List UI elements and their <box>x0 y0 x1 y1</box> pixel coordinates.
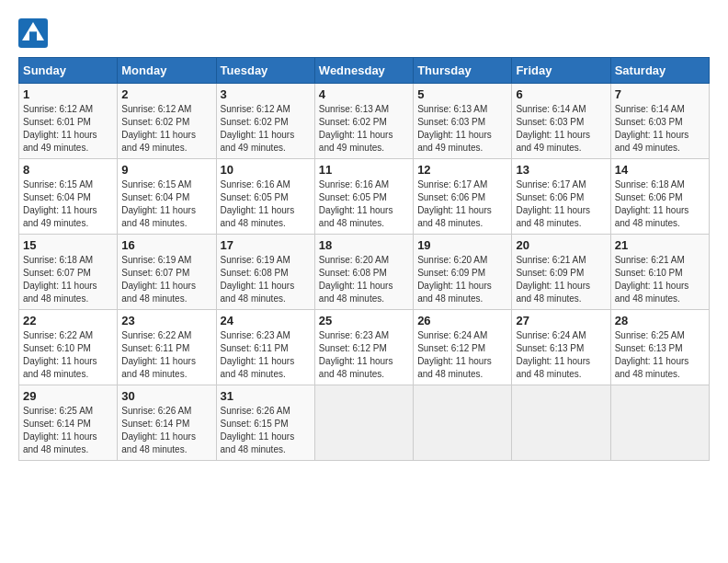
day-detail: Sunrise: 6:12 AM Sunset: 6:02 PM Dayligh… <box>221 103 311 155</box>
calendar-cell: 12 Sunrise: 6:17 AM Sunset: 6:06 PM Dayl… <box>414 159 512 235</box>
day-detail: Sunrise: 6:25 AM Sunset: 6:13 PM Dayligh… <box>615 329 705 381</box>
calendar-cell: 5 Sunrise: 6:13 AM Sunset: 6:03 PM Dayli… <box>414 84 512 159</box>
calendar-cell: 23 Sunrise: 6:22 AM Sunset: 6:11 PM Dayl… <box>118 310 216 385</box>
day-number: 24 <box>221 314 311 327</box>
day-detail: Sunrise: 6:23 AM Sunset: 6:12 PM Dayligh… <box>319 329 409 381</box>
day-number: 25 <box>319 314 409 327</box>
day-detail: Sunrise: 6:17 AM Sunset: 6:06 PM Dayligh… <box>516 178 606 230</box>
calendar-cell: 17 Sunrise: 6:19 AM Sunset: 6:08 PM Dayl… <box>216 235 314 310</box>
page-header <box>18 18 710 48</box>
day-detail: Sunrise: 6:13 AM Sunset: 6:03 PM Dayligh… <box>417 103 507 155</box>
calendar-cell: 22 Sunrise: 6:22 AM Sunset: 6:10 PM Dayl… <box>19 310 118 385</box>
day-number: 22 <box>23 314 113 327</box>
day-detail: Sunrise: 6:18 AM Sunset: 6:07 PM Dayligh… <box>23 254 113 305</box>
calendar-cell: 21 Sunrise: 6:21 AM Sunset: 6:10 PM Dayl… <box>610 235 709 310</box>
calendar-cell: 6 Sunrise: 6:14 AM Sunset: 6:03 PM Dayli… <box>512 84 610 159</box>
day-detail: Sunrise: 6:12 AM Sunset: 6:01 PM Dayligh… <box>23 103 113 155</box>
day-detail: Sunrise: 6:15 AM Sunset: 6:04 PM Dayligh… <box>23 178 113 230</box>
day-number: 5 <box>417 87 507 101</box>
day-detail: Sunrise: 6:12 AM Sunset: 6:02 PM Dayligh… <box>121 103 211 155</box>
calendar-cell: 10 Sunrise: 6:16 AM Sunset: 6:05 PM Dayl… <box>216 159 314 235</box>
day-number: 1 <box>23 87 113 101</box>
calendar-cell: 4 Sunrise: 6:13 AM Sunset: 6:02 PM Dayli… <box>314 84 413 159</box>
logo <box>18 18 51 48</box>
day-detail: Sunrise: 6:20 AM Sunset: 6:08 PM Dayligh… <box>319 254 409 305</box>
weekday-header-thursday: Thursday <box>414 58 512 84</box>
day-detail: Sunrise: 6:24 AM Sunset: 6:13 PM Dayligh… <box>516 329 606 381</box>
day-detail: Sunrise: 6:21 AM Sunset: 6:09 PM Dayligh… <box>516 254 606 305</box>
day-detail: Sunrise: 6:17 AM Sunset: 6:06 PM Dayligh… <box>417 178 507 230</box>
calendar-cell: 26 Sunrise: 6:24 AM Sunset: 6:12 PM Dayl… <box>414 310 512 385</box>
calendar-cell: 13 Sunrise: 6:17 AM Sunset: 6:06 PM Dayl… <box>512 159 610 235</box>
day-number: 9 <box>121 163 211 177</box>
day-number: 23 <box>121 314 211 327</box>
calendar-cell: 1 Sunrise: 6:12 AM Sunset: 6:01 PM Dayli… <box>19 84 118 159</box>
calendar-cell: 14 Sunrise: 6:18 AM Sunset: 6:06 PM Dayl… <box>610 159 709 235</box>
calendar-cell: 28 Sunrise: 6:25 AM Sunset: 6:13 PM Dayl… <box>610 310 709 385</box>
calendar-cell: 7 Sunrise: 6:14 AM Sunset: 6:03 PM Dayli… <box>610 84 709 159</box>
day-number: 3 <box>221 87 311 101</box>
day-number: 12 <box>417 163 507 177</box>
day-number: 4 <box>319 87 409 101</box>
day-detail: Sunrise: 6:26 AM Sunset: 6:15 PM Dayligh… <box>221 405 311 456</box>
weekday-header-monday: Monday <box>118 58 216 84</box>
calendar-cell: 29 Sunrise: 6:25 AM Sunset: 6:14 PM Dayl… <box>19 385 118 461</box>
day-number: 14 <box>615 163 705 177</box>
day-number: 19 <box>417 238 507 252</box>
calendar-cell: 20 Sunrise: 6:21 AM Sunset: 6:09 PM Dayl… <box>512 235 610 310</box>
weekday-header-friday: Friday <box>512 58 610 84</box>
weekday-header-wednesday: Wednesday <box>314 58 413 84</box>
day-number: 29 <box>23 389 113 403</box>
calendar-cell: 19 Sunrise: 6:20 AM Sunset: 6:09 PM Dayl… <box>414 235 512 310</box>
day-detail: Sunrise: 6:19 AM Sunset: 6:07 PM Dayligh… <box>121 254 211 305</box>
day-number: 2 <box>121 87 211 101</box>
weekday-header-saturday: Saturday <box>610 58 709 84</box>
weekday-header-tuesday: Tuesday <box>216 58 314 84</box>
calendar-cell <box>610 385 709 461</box>
day-detail: Sunrise: 6:18 AM Sunset: 6:06 PM Dayligh… <box>615 178 705 230</box>
day-detail: Sunrise: 6:14 AM Sunset: 6:03 PM Dayligh… <box>615 103 705 155</box>
day-detail: Sunrise: 6:14 AM Sunset: 6:03 PM Dayligh… <box>516 103 606 155</box>
calendar-cell: 31 Sunrise: 6:26 AM Sunset: 6:15 PM Dayl… <box>216 385 314 461</box>
svg-rect-2 <box>29 31 37 41</box>
day-number: 10 <box>221 163 311 177</box>
day-number: 17 <box>221 238 311 252</box>
day-number: 26 <box>417 314 507 327</box>
calendar-cell: 9 Sunrise: 6:15 AM Sunset: 6:04 PM Dayli… <box>118 159 216 235</box>
day-detail: Sunrise: 6:19 AM Sunset: 6:08 PM Dayligh… <box>221 254 311 305</box>
day-number: 20 <box>516 238 606 252</box>
calendar-cell: 18 Sunrise: 6:20 AM Sunset: 6:08 PM Dayl… <box>314 235 413 310</box>
day-detail: Sunrise: 6:20 AM Sunset: 6:09 PM Dayligh… <box>417 254 507 305</box>
day-detail: Sunrise: 6:13 AM Sunset: 6:02 PM Dayligh… <box>319 103 409 155</box>
day-number: 31 <box>221 389 311 403</box>
day-number: 6 <box>516 87 606 101</box>
calendar-cell <box>414 385 512 461</box>
day-number: 15 <box>23 238 113 252</box>
calendar-cell: 2 Sunrise: 6:12 AM Sunset: 6:02 PM Dayli… <box>118 84 216 159</box>
day-detail: Sunrise: 6:26 AM Sunset: 6:14 PM Dayligh… <box>121 405 211 456</box>
day-number: 11 <box>319 163 409 177</box>
calendar-cell: 24 Sunrise: 6:23 AM Sunset: 6:11 PM Dayl… <box>216 310 314 385</box>
calendar-table: SundayMondayTuesdayWednesdayThursdayFrid… <box>18 57 710 461</box>
day-number: 7 <box>615 87 705 101</box>
day-number: 16 <box>121 238 211 252</box>
calendar-cell <box>314 385 413 461</box>
day-detail: Sunrise: 6:22 AM Sunset: 6:11 PM Dayligh… <box>121 329 211 381</box>
day-detail: Sunrise: 6:24 AM Sunset: 6:12 PM Dayligh… <box>417 329 507 381</box>
weekday-header-sunday: Sunday <box>19 58 118 84</box>
calendar-cell: 25 Sunrise: 6:23 AM Sunset: 6:12 PM Dayl… <box>314 310 413 385</box>
calendar-cell: 8 Sunrise: 6:15 AM Sunset: 6:04 PM Dayli… <box>19 159 118 235</box>
day-detail: Sunrise: 6:21 AM Sunset: 6:10 PM Dayligh… <box>615 254 705 305</box>
calendar-cell: 3 Sunrise: 6:12 AM Sunset: 6:02 PM Dayli… <box>216 84 314 159</box>
calendar-cell: 30 Sunrise: 6:26 AM Sunset: 6:14 PM Dayl… <box>118 385 216 461</box>
day-number: 30 <box>121 389 211 403</box>
day-detail: Sunrise: 6:22 AM Sunset: 6:10 PM Dayligh… <box>23 329 113 381</box>
day-number: 28 <box>615 314 705 327</box>
day-number: 18 <box>319 238 409 252</box>
calendar-cell: 16 Sunrise: 6:19 AM Sunset: 6:07 PM Dayl… <box>118 235 216 310</box>
logo-icon <box>18 18 48 48</box>
day-number: 13 <box>516 163 606 177</box>
calendar-cell: 27 Sunrise: 6:24 AM Sunset: 6:13 PM Dayl… <box>512 310 610 385</box>
calendar-cell: 11 Sunrise: 6:16 AM Sunset: 6:05 PM Dayl… <box>314 159 413 235</box>
calendar-cell: 15 Sunrise: 6:18 AM Sunset: 6:07 PM Dayl… <box>19 235 118 310</box>
